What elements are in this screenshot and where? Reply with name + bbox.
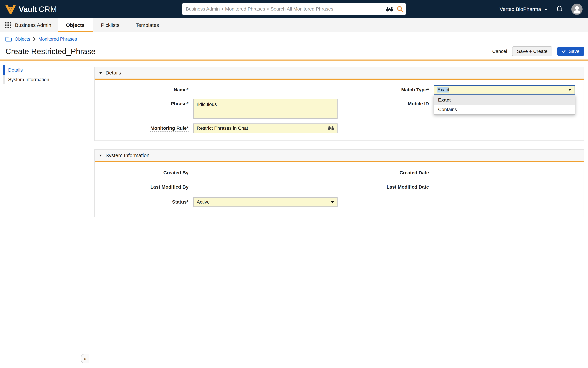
dropdown-option-contains[interactable]: Contains [434, 105, 575, 114]
breadcrumb-objects-link[interactable]: Objects [15, 37, 30, 42]
folder-icon [5, 37, 12, 42]
created-by-label: Created By [95, 170, 193, 176]
breadcrumb: Objects Monitored Phrases [0, 32, 588, 43]
veeva-v-icon [5, 5, 16, 14]
details-section-header[interactable]: Details [95, 67, 584, 80]
sidebar-item-system-information[interactable]: System Information [3, 75, 89, 84]
tab-templates[interactable]: Templates [128, 18, 167, 32]
top-bar: VaultCRM [0, 0, 588, 18]
monitoring-rule-label: Monitoring Rule* [95, 125, 193, 131]
notifications-bell-icon[interactable] [556, 5, 563, 13]
created-date-value-empty [434, 170, 575, 176]
page-title: Create Restricted_Phrase [5, 46, 95, 57]
sidebar-item-details[interactable]: Details [3, 65, 89, 75]
org-name: Verteo BioPharma [500, 6, 541, 12]
tab-picklists[interactable]: Picklists [93, 18, 128, 32]
status-label: Status* [95, 199, 193, 205]
chevron-down-icon [544, 9, 548, 10]
match-type-select[interactable]: Exact [434, 85, 575, 94]
search-icon[interactable] [397, 6, 403, 12]
monitoring-rule-value: Restrict Phrases in Chat [197, 126, 248, 131]
status-selected-value: Active [197, 199, 210, 205]
details-section: Details Name* Match Type* Exact [94, 67, 584, 141]
caret-down-icon [99, 155, 102, 156]
app-menu-label: Business Admin [15, 22, 51, 28]
monitoring-rule-input[interactable]: Restrict Phrases in Chat [193, 123, 337, 133]
logo-vault-text: Vault [19, 5, 37, 14]
search-input[interactable] [182, 3, 406, 15]
system-information-section-title: System Information [105, 153, 149, 158]
form-main: Details Name* Match Type* Exact [89, 61, 588, 368]
details-section-title: Details [105, 70, 121, 76]
select-caret-icon [331, 201, 334, 203]
select-caret-icon [568, 89, 571, 91]
status-select[interactable]: Active [193, 197, 337, 207]
chevron-right-icon [33, 37, 36, 41]
phrase-label: Phrase* [95, 99, 193, 107]
lookup-binoculars-icon[interactable] [328, 126, 334, 131]
created-by-value-empty [193, 170, 337, 176]
breadcrumb-monitored-phrases-link[interactable]: Monitored Phrases [38, 37, 77, 42]
system-information-section-header[interactable]: System Information [95, 150, 584, 162]
name-label: Name* [95, 87, 193, 93]
grid-icon [5, 22, 11, 28]
mobile-id-label: Mobile ID [339, 99, 434, 107]
app-menu-button[interactable]: Business Admin [0, 18, 56, 32]
sidebar-collapse-button[interactable]: « [81, 354, 89, 363]
section-sidebar: Details System Information « [0, 61, 89, 368]
user-avatar[interactable] [571, 4, 583, 15]
content-area: Details System Information « Details Nam… [0, 61, 588, 368]
last-modified-date-value-empty [434, 184, 575, 190]
logo-crm-text: CRM [39, 5, 57, 14]
org-switcher[interactable]: Verteo BioPharma [500, 6, 548, 12]
match-type-dropdown: Exact Contains [434, 95, 575, 115]
phrase-textarea[interactable]: ridiculous [193, 99, 337, 119]
binoculars-icon[interactable] [386, 6, 393, 12]
system-information-section: System Information Created By Created Da… [94, 149, 584, 217]
vault-crm-app: VaultCRM [0, 0, 588, 368]
save-button[interactable]: Save [557, 47, 584, 56]
tab-objects[interactable]: Objects [58, 18, 93, 32]
match-type-label: Match Type* [339, 87, 434, 93]
last-modified-date-label: Last Modified Date [339, 184, 434, 190]
nav-divider [57, 21, 57, 30]
match-type-selected-value: Exact [438, 87, 449, 92]
created-date-label: Created Date [339, 170, 434, 176]
admin-nav: Business Admin Objects Picklists Templat… [0, 18, 588, 32]
page-header: Create Restricted_Phrase Cancel Save + C… [0, 43, 588, 57]
global-search [182, 3, 406, 15]
dropdown-option-exact[interactable]: Exact [434, 95, 575, 105]
last-modified-by-label: Last Modified By [95, 184, 193, 190]
vault-crm-logo: VaultCRM [5, 5, 57, 14]
last-modified-by-value-empty [193, 184, 337, 190]
checkmark-icon [562, 49, 566, 53]
save-create-button[interactable]: Save + Create [512, 46, 552, 56]
cancel-button[interactable]: Cancel [492, 49, 507, 54]
caret-down-icon [99, 72, 102, 74]
